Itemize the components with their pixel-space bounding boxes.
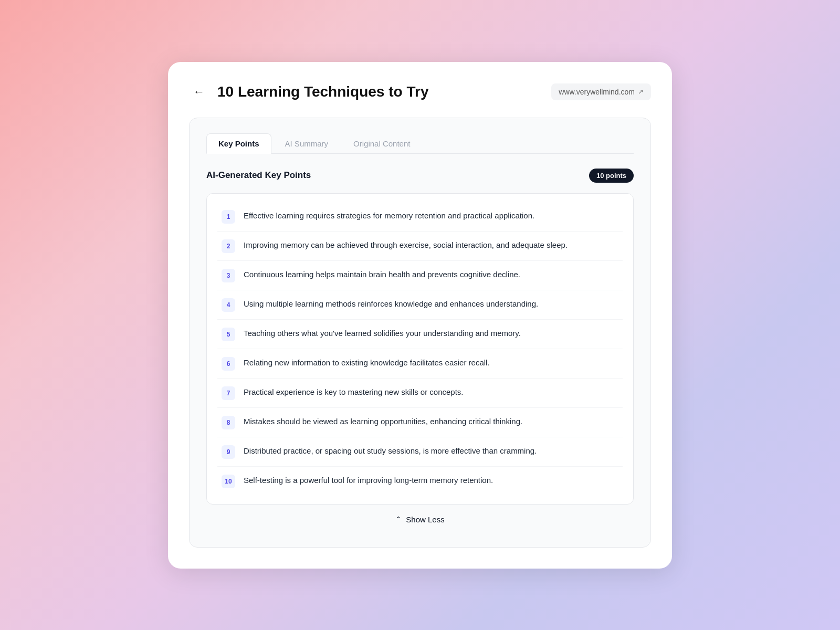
show-less-label: Show Less — [406, 515, 444, 524]
outer-card: ← 10 Learning Techniques to Try www.very… — [168, 62, 672, 569]
point-text: Effective learning requires strategies f… — [244, 209, 534, 222]
source-url: www.verywellmind.com — [559, 88, 635, 96]
tab-key-points[interactable]: Key Points — [206, 133, 271, 154]
point-text: Practical experience is key to mastering… — [244, 386, 464, 398]
inner-card: Key Points AI Summary Original Content A… — [189, 118, 651, 548]
point-text: Using multiple learning methods reinforc… — [244, 298, 538, 310]
point-number: 4 — [222, 298, 235, 312]
point-number: 7 — [222, 386, 235, 400]
key-points-list: 1Effective learning requires strategies … — [206, 193, 634, 505]
chevron-up-icon: ⌃ — [395, 515, 402, 523]
point-number: 3 — [222, 269, 235, 282]
point-text: Mistakes should be viewed as learning op… — [244, 415, 522, 428]
key-point-item: 1Effective learning requires strategies … — [217, 202, 623, 232]
point-number: 9 — [222, 445, 235, 459]
key-point-item: 9Distributed practice, or spacing out st… — [217, 437, 623, 467]
point-text: Distributed practice, or spacing out stu… — [244, 445, 537, 457]
point-number: 10 — [222, 475, 235, 488]
point-text: Continuous learning helps maintain brain… — [244, 268, 520, 281]
key-point-item: 5Teaching others what you've learned sol… — [217, 320, 623, 349]
key-point-item: 8Mistakes should be viewed as learning o… — [217, 408, 623, 437]
key-point-item: 6Relating new information to existing kn… — [217, 349, 623, 379]
points-badge: 10 points — [589, 169, 634, 183]
point-number: 6 — [222, 357, 235, 371]
point-text: Teaching others what you've learned soli… — [244, 327, 521, 340]
point-number: 1 — [222, 210, 235, 224]
point-text: Self-testing is a powerful tool for impr… — [244, 474, 493, 487]
point-number: 5 — [222, 328, 235, 341]
section-header: AI-Generated Key Points 10 points — [206, 169, 634, 183]
tab-original-content[interactable]: Original Content — [342, 133, 422, 154]
tab-ai-summary[interactable]: AI Summary — [274, 133, 340, 154]
show-less-button[interactable]: ⌃ Show Less — [206, 507, 634, 532]
key-point-item: 4Using multiple learning methods reinfor… — [217, 290, 623, 320]
tab-bar: Key Points AI Summary Original Content — [206, 133, 634, 154]
key-point-item: 7Practical experience is key to masterin… — [217, 379, 623, 408]
section-title: AI-Generated Key Points — [206, 170, 311, 181]
back-button[interactable]: ← — [189, 83, 209, 101]
external-link-icon: ↗ — [638, 88, 644, 96]
page-header: ← 10 Learning Techniques to Try www.very… — [189, 83, 651, 101]
key-point-item: 2Improving memory can be achieved throug… — [217, 232, 623, 261]
key-point-item: 10Self-testing is a powerful tool for im… — [217, 467, 623, 496]
key-point-item: 3Continuous learning helps maintain brai… — [217, 261, 623, 290]
source-link[interactable]: www.verywellmind.com ↗ — [551, 83, 651, 100]
point-number: 2 — [222, 239, 235, 253]
page-title: 10 Learning Techniques to Try — [217, 83, 543, 100]
point-number: 8 — [222, 416, 235, 429]
point-text: Relating new information to existing kno… — [244, 356, 490, 369]
point-text: Improving memory can be achieved through… — [244, 239, 568, 251]
